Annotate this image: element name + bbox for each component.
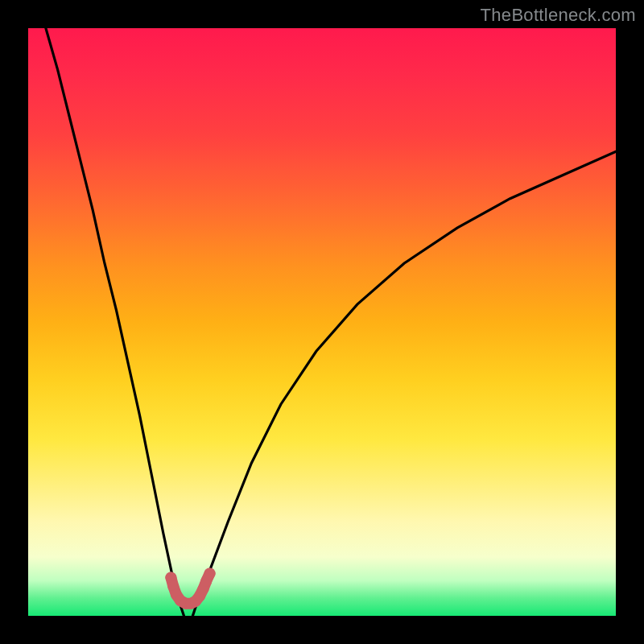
plot-area: [28, 28, 616, 616]
curve-right-path: [192, 151, 616, 616]
marker-dot: [204, 568, 216, 579]
watermark-text: TheBottleneck.com: [481, 5, 636, 26]
marker-dots: [165, 568, 215, 609]
chart-frame: TheBottleneck.com: [0, 0, 644, 644]
curve-left-path: [46, 28, 184, 616]
curve-layer: [28, 28, 616, 616]
